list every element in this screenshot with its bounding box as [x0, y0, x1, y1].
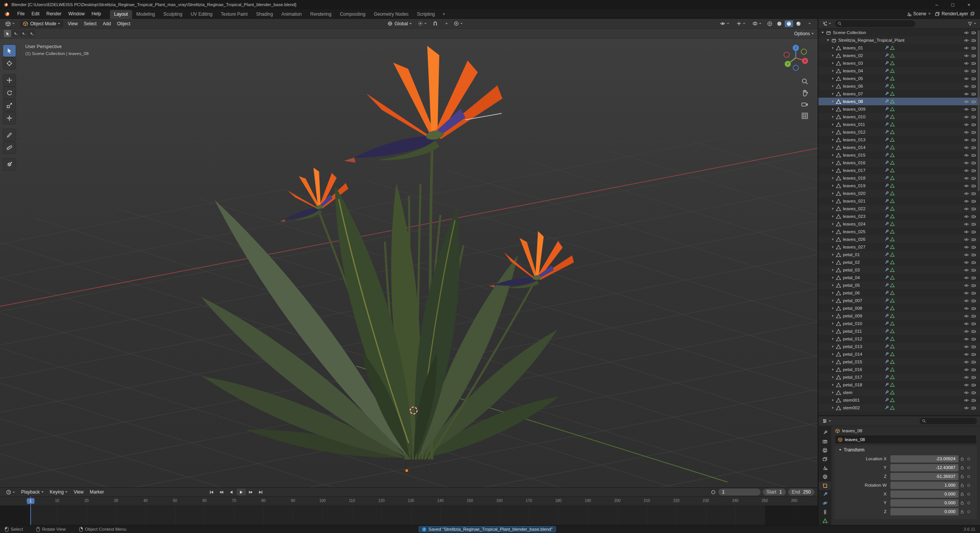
navigation-gizmo[interactable]: Z X Y	[779, 42, 813, 74]
hide-in-viewport-toggle[interactable]	[964, 69, 969, 74]
expand-caret-icon[interactable]	[832, 192, 834, 195]
outliner-scrollbar[interactable]	[978, 30, 980, 191]
expand-caret-icon[interactable]	[832, 47, 834, 49]
hide-in-viewport-toggle[interactable]	[964, 191, 969, 196]
disable-in-renders-toggle[interactable]	[971, 92, 976, 96]
modifier-wrench-icon[interactable]	[884, 398, 889, 402]
snapping-dropdown[interactable]	[441, 22, 451, 26]
properties-tab-scene[interactable]	[819, 464, 831, 472]
mesh-data-icon[interactable]	[890, 176, 895, 180]
animate-decorator-icon[interactable]	[967, 484, 970, 487]
hide-in-viewport-toggle[interactable]	[964, 199, 969, 204]
lock-toggle-icon[interactable]	[960, 483, 964, 487]
hide-in-viewport-toggle[interactable]	[964, 76, 969, 81]
properties-editor-type-selector[interactable]	[821, 418, 832, 424]
hide-in-viewport-toggle[interactable]	[964, 405, 969, 410]
outliner-item-leaves-019[interactable]: leaves_019	[818, 182, 980, 190]
hide-in-viewport-toggle[interactable]	[964, 145, 969, 150]
tool-measure-button[interactable]	[3, 142, 16, 154]
save-notification[interactable]: i Saved "Strelitzia_Reginae_Tropical_Pla…	[419, 526, 556, 532]
modifier-wrench-icon[interactable]	[884, 344, 889, 349]
modifier-wrench-icon[interactable]	[884, 46, 889, 50]
hide-in-viewport-toggle[interactable]	[964, 61, 969, 66]
field-x-4[interactable]: 0.000	[890, 490, 959, 498]
hide-in-viewport-toggle[interactable]	[964, 291, 969, 296]
disable-in-renders-toggle[interactable]	[971, 222, 976, 227]
animate-decorator-icon[interactable]	[967, 458, 970, 460]
workspace-tab-uv-editing[interactable]: UV Editing	[187, 10, 217, 19]
workspace-tab-geometry-nodes[interactable]: Geometry Nodes	[370, 10, 413, 19]
modifier-wrench-icon[interactable]	[884, 383, 889, 387]
expand-caret-icon[interactable]	[832, 361, 834, 363]
outliner-item-petal-06[interactable]: petal_06	[818, 289, 980, 297]
mesh-data-icon[interactable]	[890, 237, 895, 242]
zoom-icon[interactable]	[801, 78, 808, 85]
modifier-wrench-icon[interactable]	[884, 130, 889, 134]
menu-file[interactable]: File	[14, 10, 28, 18]
hide-in-viewport-toggle[interactable]	[964, 352, 969, 357]
modifier-wrench-icon[interactable]	[884, 337, 889, 341]
outliner-item-petal-009[interactable]: petal_009	[818, 312, 980, 320]
expand-caret-icon[interactable]	[832, 246, 834, 248]
mesh-data-icon[interactable]	[890, 283, 895, 288]
hide-in-viewport-toggle[interactable]	[964, 114, 969, 119]
expand-caret-icon[interactable]	[832, 162, 834, 164]
disable-in-renders-toggle[interactable]	[971, 53, 976, 58]
shading-material-preview-button[interactable]	[785, 20, 793, 27]
field-y-1[interactable]: -12.43087	[890, 464, 959, 471]
expand-caret-icon[interactable]	[832, 315, 834, 317]
hide-in-viewport-toggle[interactable]	[964, 275, 969, 280]
modifier-wrench-icon[interactable]	[884, 122, 889, 127]
outliner-item-leaves-015[interactable]: leaves_015	[818, 151, 980, 159]
outliner-item-petal-014[interactable]: petal_014	[818, 350, 980, 358]
workspace-tab-modeling[interactable]: Modeling	[132, 10, 159, 19]
hide-in-viewport-toggle[interactable]	[964, 237, 969, 242]
tool-box-select-button[interactable]	[3, 45, 16, 57]
snap-toggle[interactable]	[430, 20, 441, 27]
filter-dropdown[interactable]	[967, 21, 977, 27]
start-frame-field[interactable]: Start 1	[763, 489, 786, 495]
hide-in-viewport-toggle[interactable]	[964, 160, 969, 165]
outliner-item-petal-018[interactable]: petal_018	[818, 381, 980, 389]
disable-in-renders-toggle[interactable]	[971, 61, 976, 66]
menu-render[interactable]: Render	[43, 10, 65, 18]
hide-in-viewport-toggle[interactable]	[964, 107, 969, 112]
outliner-item-leaves-027[interactable]: leaves_027	[818, 243, 980, 251]
hide-in-viewport-toggle[interactable]	[964, 229, 969, 234]
modifier-wrench-icon[interactable]	[884, 237, 889, 242]
modifier-wrench-icon[interactable]	[884, 283, 889, 288]
disable-in-renders-toggle[interactable]	[971, 107, 976, 112]
hide-in-viewport-toggle[interactable]	[964, 398, 969, 403]
modifier-wrench-icon[interactable]	[884, 168, 889, 173]
disable-in-renders-toggle[interactable]	[971, 76, 976, 81]
outliner-item-leaves-014[interactable]: leaves_014	[818, 144, 980, 151]
animate-decorator-icon[interactable]	[967, 466, 970, 469]
modifier-wrench-icon[interactable]	[884, 214, 889, 219]
disable-in-renders-toggle[interactable]	[971, 252, 976, 257]
scene-unlink-icon[interactable]: ×	[928, 11, 931, 16]
modifier-wrench-icon[interactable]	[884, 222, 889, 226]
disable-in-renders-toggle[interactable]	[971, 168, 976, 173]
modifier-wrench-icon[interactable]	[884, 176, 889, 180]
expand-caret-icon[interactable]	[832, 169, 834, 172]
mesh-data-icon[interactable]	[890, 46, 895, 50]
outliner-item-leaves-017[interactable]: leaves_017	[818, 167, 980, 174]
hide-in-viewport-toggle[interactable]	[964, 245, 969, 250]
tweak-select-intersect-button[interactable]	[28, 30, 35, 37]
viewport-menu-add[interactable]: Add	[100, 20, 114, 28]
disable-in-renders-toggle[interactable]	[971, 46, 976, 51]
camera-view-icon[interactable]	[801, 101, 808, 108]
outliner-item-leaves-024[interactable]: leaves_024	[818, 220, 980, 228]
mode-dropdown[interactable]: Object Mode	[20, 20, 63, 28]
hide-in-viewport-toggle[interactable]	[964, 298, 969, 303]
outliner-item-petal-015[interactable]: petal_015	[818, 358, 980, 366]
field-location-x-0[interactable]: -23.00924	[890, 455, 959, 463]
expand-caret-icon[interactable]	[832, 100, 834, 103]
modifier-wrench-icon[interactable]	[884, 107, 889, 111]
jump-to-start-button[interactable]	[207, 489, 216, 495]
outliner-item-petal-007[interactable]: petal_007	[818, 297, 980, 304]
hide-in-viewport-toggle[interactable]	[964, 53, 969, 58]
menu-window[interactable]: Window	[65, 10, 88, 18]
hide-in-viewport-toggle[interactable]	[964, 375, 969, 380]
expand-caret-icon[interactable]	[832, 54, 834, 57]
